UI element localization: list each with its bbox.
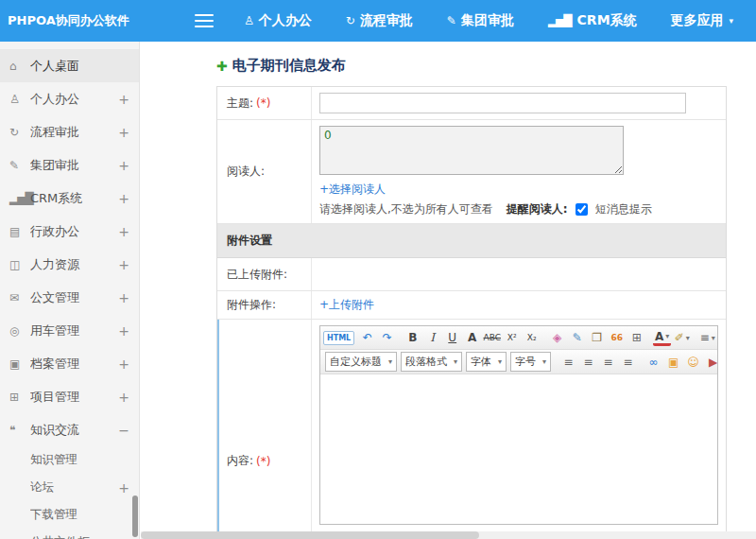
expand-toggle[interactable]: + [118,257,129,272]
archive-icon: ▣ [9,357,30,371]
expand-toggle[interactable]: + [118,224,129,239]
caret-down-icon: ▾ [388,357,392,366]
sidebar-item-human-resources[interactable]: ◫ 人力资源 + [0,248,139,281]
collapse-toggle[interactable]: − [118,423,129,438]
sidebar-item-document-management[interactable]: ✉ 公文管理 + [0,281,139,314]
sidebar-item-forum[interactable]: 论坛 + [0,474,139,501]
select-readers-link[interactable]: +选择阅读人 [319,183,386,196]
edit-approval-icon: ✎ [9,159,30,172]
redo-button[interactable]: ↷ [378,328,396,347]
sidebar-item-vehicle-management[interactable]: ◎ 用车管理 + [0,314,139,347]
process-icon: ↻ [9,126,30,139]
subscript-button[interactable]: X₂ [523,328,541,347]
font-style-button[interactable]: A [463,328,481,347]
html-source-button[interactable]: HTML [323,331,354,345]
quote-button[interactable]: 66 [608,328,626,347]
expand-toggle[interactable]: + [118,191,129,206]
sidebar: ⌂ 个人桌面 ♙ 个人办公 + ↻ 流程审批 + ✎ 集团审批 + ▂▅█ CR… [0,42,140,539]
upload-attachment-link[interactable]: +上传附件 [319,298,374,311]
nav-crm-system[interactable]: ▂▅█ CRM系统 [548,12,637,29]
sidebar-item-archive-management[interactable]: ▣ 档案管理 + [0,347,139,380]
sidebar-item-knowledge-exchange[interactable]: ❝ 知识交流 − [0,413,139,446]
sidebar-item-group-approval[interactable]: ✎ 集团审批 + [0,148,139,182]
expand-toggle[interactable]: + [118,92,129,107]
paste-button[interactable]: ❐ [588,328,606,347]
image-button[interactable]: ▣ [664,353,682,372]
process-icon: ↻ [346,14,354,27]
horizontal-scrollbar-thumb[interactable] [141,531,479,539]
sidebar-item-project-management[interactable]: ⊞ 项目管理 + [0,380,139,413]
italic-button[interactable]: I [423,328,441,347]
required-mark: (*) [256,96,270,110]
editor-toolbar-row-2: 自定义标题▾段落格式▾字体▾字号▾≡≡≡≡∞▣☺▶ [320,350,717,374]
font-family-select[interactable]: 字体▾ [466,352,507,372]
expand-toggle[interactable]: + [118,390,129,405]
person-icon: ♙ [244,14,253,27]
hr-icon: ◫ [9,258,30,271]
caret-down-icon: ▾ [498,357,502,366]
superscript-button[interactable]: X² [503,328,521,347]
expand-toggle[interactable]: + [118,125,129,140]
nav-more-apps[interactable]: 更多应用 ▾ [671,12,734,29]
font-color-button[interactable]: A▾ [653,330,671,346]
sms-notify-checkbox[interactable] [576,203,588,216]
nav-workflow-approval[interactable]: ↻ 流程审批 [346,12,413,29]
sidebar-scrollbar-thumb[interactable] [132,496,138,537]
app-logo[interactable]: PHPOA协同办公软件 [0,12,140,29]
uploaded-attachments-label: 已上传附件: [217,258,312,290]
uploaded-attachments-value [312,258,726,290]
expand-toggle[interactable]: + [118,290,129,305]
sidebar-item-personal-office[interactable]: ♙ 个人办公 + [0,82,139,115]
expand-toggle[interactable]: + [118,480,129,496]
caret-down-icon: ▾ [712,334,715,342]
nav-label: CRM系统 [577,12,637,29]
sidebar-item-public-file-cabinet[interactable]: 公共文件柜 [0,529,139,539]
nav-label: 个人办公 [259,12,312,29]
expand-toggle[interactable]: + [118,356,129,372]
nav-group-approval[interactable]: ✎ 集团审批 [447,12,514,29]
undo-button[interactable]: ↶ [358,328,376,347]
horizontal-scrollbar[interactable] [141,531,756,539]
align-center-button[interactable]: ≡ [579,353,597,372]
caret-down-icon: ▾ [542,357,546,366]
link-button[interactable]: ∞ [644,353,662,372]
knowledge-icon: ❝ [9,424,30,437]
remove-format-button[interactable]: ◈ [548,328,566,347]
nav-personal-office[interactable]: ♙ 个人办公 [244,12,312,29]
editor-content-area[interactable] [320,374,717,524]
align-right-button[interactable]: ≡ [599,353,617,372]
sidebar-item-knowledge-management[interactable]: 知识管理 [0,446,139,474]
nav-label: 流程审批 [360,12,413,29]
required-mark: (*) [256,455,270,468]
bold-button[interactable]: B [404,328,421,347]
paragraph-format-select[interactable]: 段落格式▾ [401,352,462,372]
font-size-select[interactable]: 字号▾ [510,352,551,372]
underline-button[interactable]: U [443,328,461,347]
strikethrough-button[interactable]: ABC [483,328,501,347]
sidebar-item-crm-system[interactable]: ▂▅█ CRM系统 + [0,182,139,215]
unordered-list-button[interactable]: ≡▾ [698,328,716,347]
sidebar-item-workflow-approval[interactable]: ↻ 流程审批 + [0,115,139,148]
caret-down-icon: ▾ [454,357,457,366]
vehicle-icon: ◎ [9,324,30,338]
expand-toggle[interactable]: + [118,323,129,339]
nav-label: 集团审批 [461,12,514,29]
align-left-button[interactable]: ≡ [559,353,577,372]
table-button[interactable]: ⊞ [627,328,645,347]
subject-input[interactable] [319,93,686,113]
rich-text-editor: HTML↶↷BIUAABCX²X₂◈✎❐66⊞A▾✐▾≡▾≡ 自定义标题▾段落格… [319,325,718,525]
media-button[interactable]: ▶ [704,353,717,372]
heading-select[interactable]: 自定义标题▾ [325,352,397,372]
caret-down-icon: ▾ [686,334,690,342]
sidebar-item-personal-desktop[interactable]: ⌂ 个人桌面 [0,49,139,82]
align-justify-button[interactable]: ≡ [619,353,637,372]
format-brush-button[interactable]: ✎ [568,328,586,347]
caret-down-icon: ▾ [730,16,734,26]
sidebar-item-administration[interactable]: ▤ 行政办公 + [0,215,139,248]
expand-toggle[interactable]: + [118,158,129,173]
highlight-color-button[interactable]: ✐▾ [673,328,691,347]
readers-textarea[interactable]: 0 [319,126,624,175]
sidebar-item-download-management[interactable]: 下载管理 [0,501,139,529]
emoticon-button[interactable]: ☺ [684,353,702,372]
menu-toggle-icon[interactable] [195,10,214,31]
